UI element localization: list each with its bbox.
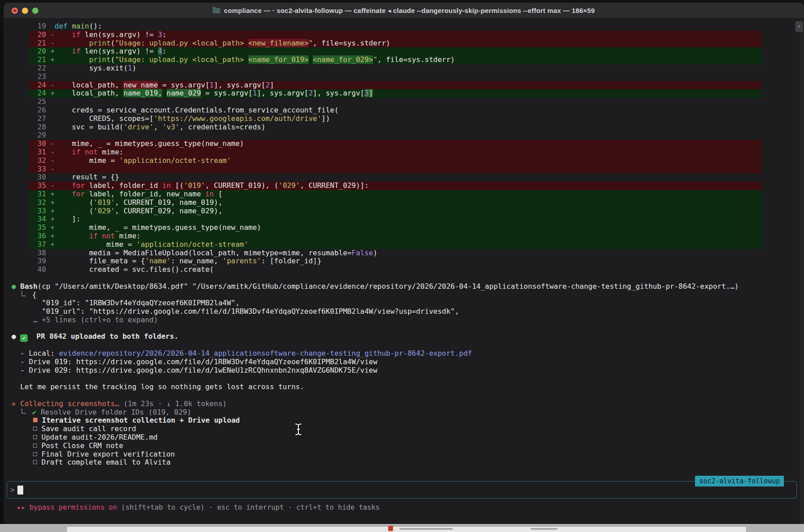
line-number: 32 + <box>12 198 54 207</box>
line-number: 23 <box>12 72 54 81</box>
output-line: Update audit-2026/README.md <box>4 433 804 442</box>
line-number: 39 <box>12 257 54 265</box>
diff-line-text: 22 sys.exit(1) <box>12 64 136 72</box>
diff-line-text: 21 + print("Usage: upload.py <local_path… <box>12 55 455 64</box>
diff-line-text: 39 file_meta = {'name': new_name, 'paren… <box>12 257 322 265</box>
prompt-symbol: > <box>10 486 15 494</box>
diff-line-text: 32 - mime = 'application/octet-stream' <box>12 156 231 165</box>
diff-line-text: 34 + ]: <box>12 215 80 223</box>
diff-line: 24 - local_path, new_name = sys.argv[1],… <box>4 81 804 90</box>
minimize-button-icon[interactable] <box>22 8 28 14</box>
line-number: 34 + <box>12 215 54 223</box>
title-bar[interactable]: compliance — · soc2-alvita-followup — ca… <box>4 3 804 19</box>
prompt-input[interactable]: > <box>7 481 797 499</box>
output-line: - Drive 029: https://drive.google.com/fi… <box>4 366 804 375</box>
diff-line: 33 - <box>4 165 804 174</box>
pdf-file-icon <box>388 526 393 531</box>
terminal-output: 19 def main(): 20 - if len(sys.argv) != … <box>4 22 804 467</box>
diff-line: 27 CREDS, scopes=['https://www.googleapi… <box>4 115 804 123</box>
diff-line-text: 30 - mime, _ = mimetypes.guess_type(new_… <box>12 139 244 148</box>
output-line <box>4 391 804 400</box>
diff-line-text: 35 - for label, folder_id in [('019', CU… <box>12 181 369 190</box>
output-line-text: Final Drive export verification <box>12 450 175 458</box>
diff-line: 38 media = MediaFileUpload(local_path, m… <box>4 249 804 258</box>
background-text-bar <box>531 528 557 530</box>
line-number: 30 - <box>12 139 54 148</box>
line-number: 30 <box>12 173 54 181</box>
diff-line-text: 24 + local_path, name_019, name_029 = sy… <box>12 89 373 97</box>
output-line-text: Post Close CRM note <box>12 441 123 450</box>
diff-line: 28 svc = build('drive', 'v3', credential… <box>4 123 804 132</box>
line-number: 27 <box>12 114 54 123</box>
diff-line: 35 - for label, folder_id in [('019', CU… <box>4 182 804 190</box>
line-number: 24 + <box>12 89 54 97</box>
output-line: "019_id": "1RBW3Dvf4eYdqaQYzeoef6K0IPMB2… <box>4 299 804 308</box>
line-number: 38 <box>12 249 54 257</box>
diff-line-text: 24 - local_path, new_name = sys.argv[1],… <box>12 81 274 89</box>
diff-line-text: 32 + ('019', CURRENT_019, name_019), <box>12 198 222 207</box>
diff-line: 32 - mime = 'application/octet-stream' <box>4 157 804 165</box>
diff-line-text: 26 creds = service_account.Credentials.f… <box>12 106 339 114</box>
line-number: 32 - <box>12 156 54 165</box>
line-number: 19 <box>12 22 54 30</box>
diff-line: 31 - if not mime: <box>4 148 804 157</box>
close-button-icon[interactable] <box>12 8 18 14</box>
output-line <box>4 341 804 349</box>
line-number: 20 + <box>12 47 54 55</box>
line-number: 22 <box>12 64 54 72</box>
output-line: "019_url": "https://drive.google.com/fil… <box>4 308 804 316</box>
success-check-icon <box>20 334 28 342</box>
zoom-button-icon[interactable] <box>32 8 38 14</box>
output-line: - Drive 019: https://drive.google.com/fi… <box>4 358 804 366</box>
diff-line: 30 - mime, _ = mimetypes.guess_type(new_… <box>4 140 804 148</box>
diff-line: 22 sys.exit(1) <box>4 64 804 73</box>
line-number: 31 + <box>12 190 54 198</box>
output-line: Final Drive export verification <box>4 450 804 459</box>
diff-line-text: 35 + mime, _ = mimetypes.guess_type(new_… <box>12 223 261 232</box>
diff-line-text: 25 <box>12 97 54 106</box>
diff-line-text: 33 - <box>12 165 54 173</box>
output-line: ● PR 8642 uploaded to both folders. <box>4 332 804 341</box>
task-pending-icon <box>33 427 37 431</box>
diff-line: 20 + if len(sys.argv) != 4: <box>4 47 804 56</box>
diff-line-text: 27 CREDS, scopes=['https://www.googleapi… <box>12 114 330 123</box>
diff-line: 29 <box>4 131 804 140</box>
diff-line: 25 <box>4 98 804 106</box>
diff-line-text: 31 + for label, folder_id, new_name in [ <box>12 190 222 198</box>
task-pending-icon <box>33 452 37 456</box>
output-line-text: Update audit-2026/README.md <box>12 433 158 441</box>
output-line: Iterative screenshot collection + Drive … <box>4 416 804 425</box>
diff-line: 33 + ('029', CURRENT_029, name_029), <box>4 207 804 216</box>
diff-line-text: 19 def main(): <box>12 22 102 30</box>
line-number: 21 + <box>12 55 54 64</box>
output-line-text: Draft complete email to Alvita <box>12 458 171 466</box>
output-line: … +5 lines (ctrl+o to expand) <box>4 316 804 324</box>
diff-line-text: 30 result = {} <box>12 173 119 181</box>
line-number: 26 <box>12 106 54 114</box>
output-line-text: - Drive 029: https://drive.google.com/fi… <box>12 366 377 374</box>
scrollbar-track[interactable] <box>800 19 804 524</box>
scrollbar-button[interactable]: ≡ <box>796 21 803 32</box>
line-number: 35 + <box>12 223 54 232</box>
diff-deleted-band <box>29 148 762 157</box>
background-text-bar <box>399 528 453 530</box>
output-line <box>4 274 804 283</box>
output-line-text: - Local: evidence/repository/2026/2026-0… <box>12 349 472 357</box>
diff-deleted-band <box>29 165 762 174</box>
output-line-text: "019_url": "https://drive.google.com/fil… <box>12 307 459 316</box>
diff-line: 31 + for label, folder_id, new_name in [ <box>4 190 804 199</box>
diff-line: 32 + ('019', CURRENT_019, name_019), <box>4 199 804 207</box>
terminal-window: compliance — · soc2-alvita-followup — ca… <box>4 3 804 524</box>
line-number: 37 + <box>12 240 54 249</box>
output-line: ✳ Collecting screenshots… (1m 23s · ↓ 1.… <box>4 400 804 408</box>
folder-icon <box>213 8 220 13</box>
diff-line: 21 + print("Usage: upload.py <local_path… <box>4 56 804 64</box>
output-line: ● Bash(cp "/Users/amitk/Desktop/8634.pdf… <box>4 283 804 291</box>
output-line-text: "019_id": "1RBW3Dvf4eYdqaQYzeoef6K0IPMB2… <box>12 299 240 307</box>
line-number: 31 - <box>12 148 54 156</box>
diff-line: 23 <box>4 73 804 81</box>
diff-line: 19 def main(): <box>4 22 804 31</box>
diff-line-text: 28 svc = build('drive', 'v3', credential… <box>12 123 265 131</box>
diff-line-text: 38 media = MediaFileUpload(local_path, m… <box>12 249 377 257</box>
diff-line: 39 file_meta = {'name': new_name, 'paren… <box>4 257 804 266</box>
